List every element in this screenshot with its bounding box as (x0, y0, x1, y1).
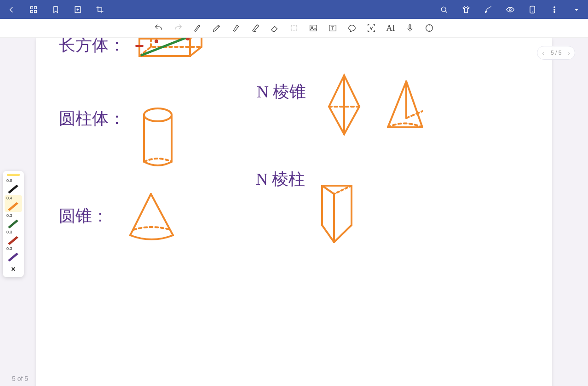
svg-rect-15 (409, 25, 411, 29)
svg-point-9 (554, 9, 555, 10)
pen-size-label: 0.3 (6, 247, 12, 251)
search-icon[interactable] (439, 5, 449, 15)
pen-palette: 0.8 0.4 0.3 0.3 0.3 × (3, 171, 24, 277)
status-text: 5 of 5 (12, 375, 28, 382)
label-cuboid: 长方体： (59, 38, 125, 54)
pen-icon (6, 201, 20, 211)
toolbar-inner: AI (153, 23, 435, 34)
pen-slot-1[interactable]: 0.8 (5, 179, 22, 193)
pen-size-label: 0.4 (6, 196, 12, 200)
pen-size-label: 0.8 (6, 179, 12, 183)
pen-slot-4[interactable]: 0.3 (5, 230, 22, 245)
drawing-pyramid-tri (388, 81, 422, 127)
grid-icon[interactable] (29, 5, 39, 15)
tag-icon[interactable] (346, 23, 357, 34)
pen-slot-2[interactable]: 0.4 (5, 195, 22, 212)
more-icon[interactable] (549, 5, 559, 15)
undo-icon[interactable] (153, 23, 164, 34)
svg-rect-2 (30, 10, 33, 12)
text-icon[interactable] (327, 23, 338, 34)
pen-size-label: 0.3 (6, 214, 12, 218)
pen-icon (6, 251, 20, 261)
svg-rect-0 (30, 6, 33, 9)
canvas[interactable]: 长方体： 圆柱体： 圆锥： (36, 38, 552, 386)
pen-palette-close-icon[interactable]: × (11, 265, 15, 273)
svg-point-18 (155, 40, 158, 43)
next-page-icon[interactable]: › (568, 49, 570, 57)
svg-point-5 (441, 7, 446, 11)
pen-slot-3[interactable]: 0.3 (5, 214, 22, 228)
titlebar-left (6, 5, 105, 15)
bookmark-icon[interactable] (51, 5, 61, 15)
eraser-icon[interactable] (269, 23, 280, 34)
ai-icon[interactable]: AI (385, 23, 396, 34)
pen-thin-icon[interactable] (192, 23, 203, 34)
prev-page-icon[interactable]: ‹ (542, 49, 544, 57)
page-navigator: ‹ 5 / 5 › (537, 46, 575, 60)
titlebar-right (439, 5, 582, 15)
annotate-icon[interactable] (483, 5, 493, 15)
drawing-cone (130, 194, 173, 239)
shirt-icon[interactable] (461, 5, 471, 15)
back-icon[interactable] (6, 5, 17, 15)
redo-icon[interactable] (173, 23, 184, 34)
drawing-prism (322, 186, 352, 242)
titlebar (0, 0, 588, 19)
highlight-color-swatch[interactable] (7, 174, 20, 176)
note-page[interactable]: 长方体： 圆柱体： 圆锥： (36, 38, 552, 386)
ocr-icon[interactable] (366, 23, 377, 34)
compass-icon[interactable] (424, 23, 435, 34)
pen-icon (6, 183, 20, 193)
dropdown-icon[interactable] (571, 5, 582, 15)
svg-rect-1 (35, 6, 37, 9)
pen-pencil-icon[interactable] (211, 23, 222, 34)
label-cylinder: 圆柱体： (59, 109, 125, 128)
svg-rect-3 (35, 10, 37, 12)
label-cone: 圆锥： (59, 207, 109, 225)
toolbar: AI (0, 19, 588, 38)
svg-point-6 (509, 8, 511, 10)
lasso-icon[interactable] (288, 23, 300, 34)
tablet-icon[interactable] (527, 5, 537, 15)
add-page-icon[interactable] (73, 5, 83, 15)
mic-icon[interactable] (404, 23, 415, 34)
svg-point-16 (426, 25, 433, 32)
drawing-cuboid (136, 38, 202, 56)
svg-point-10 (554, 11, 555, 12)
svg-point-20 (144, 108, 172, 121)
svg-point-8 (554, 6, 555, 8)
pen-icon (6, 218, 20, 228)
label-npyramid: N 棱锥 (257, 83, 306, 101)
crop-icon[interactable] (95, 5, 105, 15)
drawing-cylinder (144, 108, 172, 165)
pen-highlight-icon[interactable] (231, 23, 242, 34)
svg-rect-12 (310, 25, 317, 31)
pen-size-label: 0.3 (6, 230, 12, 234)
svg-point-19 (186, 38, 190, 40)
page-indicator: 5 / 5 (551, 50, 561, 56)
image-icon[interactable] (308, 23, 319, 34)
main-area: 0.8 0.4 0.3 0.3 0.3 × (0, 38, 588, 386)
app-root: AI 0.8 0.4 0.3 0.3 (0, 0, 588, 386)
pen-slot-5[interactable]: 0.3 (5, 247, 22, 261)
pen-marker-icon[interactable] (250, 23, 261, 34)
label-nprism: N 棱柱 (256, 170, 305, 188)
eye-icon[interactable] (505, 5, 515, 15)
pen-icon (6, 235, 20, 245)
svg-rect-11 (291, 25, 297, 31)
drawing-pyramid-rhombic (329, 75, 359, 134)
